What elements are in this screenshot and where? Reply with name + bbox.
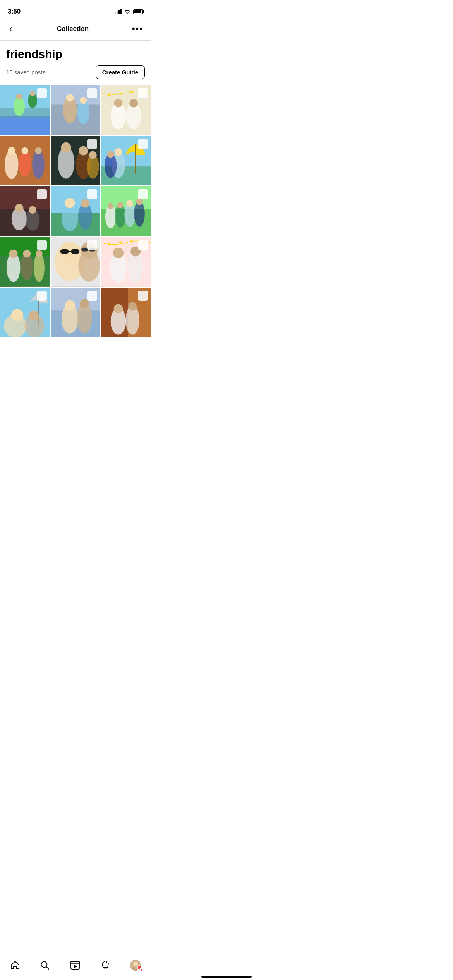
collection-header: friendship 15 saved posts Create Guide: [0, 41, 151, 85]
svg-point-21: [131, 91, 133, 93]
svg-rect-81: [71, 249, 79, 254]
svg-point-6: [30, 91, 35, 96]
svg-point-52: [29, 206, 36, 214]
status-time: 3:50: [8, 8, 21, 15]
svg-rect-85: [81, 248, 88, 252]
more-options-button[interactable]: •••: [132, 24, 143, 34]
photo-item-2[interactable]: [51, 85, 101, 135]
svg-point-75: [34, 253, 45, 282]
svg-point-112: [114, 304, 123, 313]
photo-select-checkbox-2[interactable]: [87, 88, 97, 98]
svg-point-19: [108, 94, 110, 96]
photo-select-checkbox-13[interactable]: [37, 291, 47, 301]
photo-select-checkbox-8[interactable]: [87, 189, 97, 199]
svg-point-26: [8, 147, 15, 154]
signal-icon: [115, 9, 122, 14]
svg-point-36: [79, 146, 88, 155]
photo-select-checkbox-9[interactable]: [138, 189, 148, 199]
back-button[interactable]: ‹: [8, 22, 14, 36]
svg-point-90: [131, 240, 133, 243]
photo-item-1[interactable]: [0, 85, 50, 135]
photo-item-6[interactable]: [101, 136, 151, 186]
photo-select-checkbox-14[interactable]: [87, 291, 97, 301]
svg-rect-2: [0, 108, 50, 118]
svg-point-93: [113, 248, 124, 259]
svg-point-18: [130, 99, 138, 108]
photo-select-checkbox-5[interactable]: [87, 139, 97, 149]
svg-point-34: [61, 142, 71, 152]
svg-point-12: [80, 97, 87, 104]
photo-select-checkbox-11[interactable]: [87, 240, 97, 250]
svg-point-4: [16, 94, 22, 100]
svg-point-88: [108, 243, 110, 245]
svg-point-28: [21, 147, 28, 154]
status-icons: [115, 9, 143, 14]
svg-point-50: [15, 204, 24, 212]
saved-posts-count: 15 saved posts: [6, 69, 45, 75]
photo-item-9[interactable]: [101, 186, 151, 236]
photo-item-7[interactable]: [0, 186, 50, 236]
photo-select-checkbox-7[interactable]: [37, 189, 47, 199]
svg-point-43: [115, 148, 122, 156]
svg-point-38: [89, 151, 97, 159]
photo-item-4[interactable]: [0, 136, 50, 186]
photo-select-checkbox-1[interactable]: [37, 88, 47, 98]
photo-content-4: [0, 136, 50, 186]
battery-icon: [133, 9, 143, 14]
svg-point-62: [108, 203, 114, 209]
status-bar: 3:50: [0, 0, 151, 19]
create-guide-button[interactable]: Create Guide: [96, 65, 145, 79]
svg-rect-80: [60, 249, 69, 254]
svg-point-58: [81, 199, 89, 208]
svg-point-30: [35, 147, 42, 154]
photo-item-10[interactable]: [0, 237, 50, 287]
photo-select-checkbox-10[interactable]: [37, 240, 47, 250]
photo-select-checkbox-6[interactable]: [138, 139, 148, 149]
svg-point-10: [66, 94, 74, 102]
photo-item-14[interactable]: [51, 288, 101, 338]
photo-select-checkbox-12[interactable]: [138, 240, 148, 250]
svg-point-89: [119, 241, 122, 243]
photo-item-13[interactable]: [0, 288, 50, 338]
svg-point-66: [127, 200, 134, 207]
svg-point-45: [107, 151, 114, 158]
photo-item-12[interactable]: [101, 237, 151, 287]
photo-item-8[interactable]: [51, 186, 101, 236]
svg-rect-1: [0, 116, 50, 135]
svg-point-64: [117, 202, 124, 209]
photo-item-15[interactable]: [101, 288, 151, 338]
photo-item-11[interactable]: [51, 237, 101, 287]
svg-point-114: [129, 302, 137, 310]
page-title: Collection: [57, 25, 89, 33]
nav-header: ‹ Collection •••: [0, 19, 151, 41]
svg-point-76: [36, 250, 43, 257]
svg-point-16: [114, 99, 123, 108]
collection-title: friendship: [6, 48, 145, 61]
photo-grid: [0, 85, 151, 337]
svg-point-72: [9, 250, 18, 258]
svg-point-74: [23, 250, 31, 258]
svg-point-101: [29, 310, 39, 320]
photo-item-3[interactable]: [101, 85, 151, 135]
svg-point-105: [65, 300, 75, 310]
photo-item-5[interactable]: [51, 136, 101, 186]
photo-select-checkbox-3[interactable]: [138, 88, 148, 98]
wifi-icon: [124, 9, 131, 14]
svg-point-56: [65, 198, 75, 208]
svg-point-20: [119, 93, 122, 95]
svg-point-29: [32, 150, 45, 179]
photo-select-checkbox-15[interactable]: [138, 291, 148, 301]
svg-point-99: [11, 309, 24, 321]
collection-meta: 15 saved posts Create Guide: [6, 65, 145, 79]
